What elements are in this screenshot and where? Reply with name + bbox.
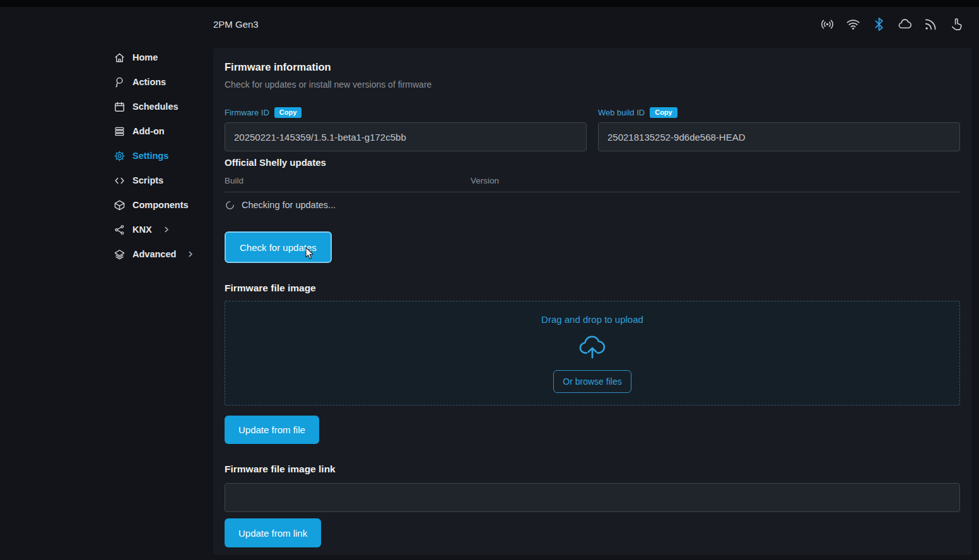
- cloud-upload-icon: [577, 334, 607, 360]
- web-build-id-label: Web build ID: [598, 108, 645, 117]
- sidebar-item-label: Advanced: [132, 249, 176, 259]
- home-icon: [114, 52, 126, 64]
- firmware-settings-panel: Firmware information Check for updates o…: [213, 48, 971, 555]
- firmware-section-subtitle: Check for updates or install new version…: [225, 78, 960, 91]
- sidebar-item-label: KNX: [132, 225, 152, 235]
- code-icon: [114, 175, 126, 187]
- copy-firmware-id-button[interactable]: Copy: [274, 107, 302, 118]
- sidebar-item-label: Scripts: [132, 175, 163, 185]
- web-build-id-column: Web build ID Copy: [598, 106, 960, 151]
- update-from-link-button[interactable]: Update from link: [225, 518, 321, 547]
- sidebar: Home Actions Schedules Add-on: [114, 49, 202, 262]
- official-updates-title: Official Shelly updates: [225, 156, 960, 169]
- chevron-right-icon: [163, 226, 170, 233]
- column-header-version: Version: [471, 175, 499, 187]
- sidebar-item-advanced[interactable]: Advanced: [114, 246, 202, 262]
- sidebar-item-scripts[interactable]: Scripts: [114, 172, 202, 189]
- column-header-build: Build: [225, 175, 471, 187]
- device-title: 2PM Gen3: [213, 19, 259, 30]
- gear-icon: [114, 150, 126, 162]
- sidebar-item-label: Components: [132, 200, 189, 210]
- rss-icon[interactable]: [923, 17, 938, 32]
- sidebar-item-schedules[interactable]: Schedules: [114, 98, 202, 115]
- update-from-file-button[interactable]: Update from file: [225, 416, 319, 444]
- sidebar-item-label: Add-on: [132, 126, 165, 136]
- bluetooth-icon[interactable]: [872, 17, 886, 32]
- top-black-strip: [0, 0, 979, 7]
- web-build-id-field[interactable]: [598, 122, 960, 151]
- firmware-id-field[interactable]: [225, 122, 587, 151]
- cube-icon: [114, 199, 126, 211]
- firmware-file-image-title: Firmware file image: [225, 282, 960, 295]
- sidebar-item-actions[interactable]: Actions: [114, 74, 202, 90]
- status-icon-bar: [820, 17, 964, 32]
- wifi-icon[interactable]: [846, 17, 860, 32]
- layers-icon: [114, 248, 126, 260]
- broadcast-icon[interactable]: [820, 17, 835, 32]
- network-icon: [114, 224, 126, 236]
- check-for-updates-button[interactable]: Check for updates: [225, 231, 332, 263]
- sidebar-item-label: Actions: [132, 77, 166, 87]
- firmware-id-label: Firmware ID: [225, 108, 269, 117]
- sidebar-item-label: Settings: [132, 151, 168, 161]
- sidebar-item-home[interactable]: Home: [114, 49, 202, 66]
- update-check-status-row: Checking for updates...: [225, 192, 960, 218]
- checking-updates-status: Checking for updates...: [242, 200, 336, 210]
- section-title-firmware-information: Firmware information: [225, 61, 960, 73]
- sidebar-item-components[interactable]: Components: [114, 197, 202, 213]
- firmware-link-input[interactable]: [225, 483, 960, 512]
- sidebar-item-knx[interactable]: KNX: [114, 221, 202, 238]
- sidebar-item-addon[interactable]: Add-on: [114, 123, 202, 139]
- sidebar-item-label: Schedules: [132, 102, 179, 112]
- drop-instruction-text: Drag and drop to upload: [541, 314, 643, 325]
- browse-files-button[interactable]: Or browse files: [553, 370, 631, 393]
- firmware-file-dropzone[interactable]: Drag and drop to upload Or browse files: [225, 301, 960, 405]
- spinner-icon: [225, 200, 235, 211]
- stack-icon: [114, 125, 126, 137]
- updates-table-header: Build Version: [225, 175, 960, 187]
- firmware-id-row: Firmware ID Copy Web build ID Copy: [225, 106, 960, 151]
- calendar-icon: [114, 101, 126, 113]
- firmware-file-link-title: Firmware file image link: [225, 463, 960, 475]
- touch-icon[interactable]: [949, 17, 964, 32]
- chevron-right-icon: [187, 250, 194, 258]
- firmware-id-column: Firmware ID Copy: [225, 106, 587, 151]
- cloud-icon[interactable]: [898, 17, 912, 32]
- copy-web-build-id-button[interactable]: Copy: [650, 107, 677, 118]
- sidebar-item-settings[interactable]: Settings: [114, 148, 202, 164]
- lasso-icon: [114, 76, 126, 88]
- sidebar-item-label: Home: [132, 52, 158, 62]
